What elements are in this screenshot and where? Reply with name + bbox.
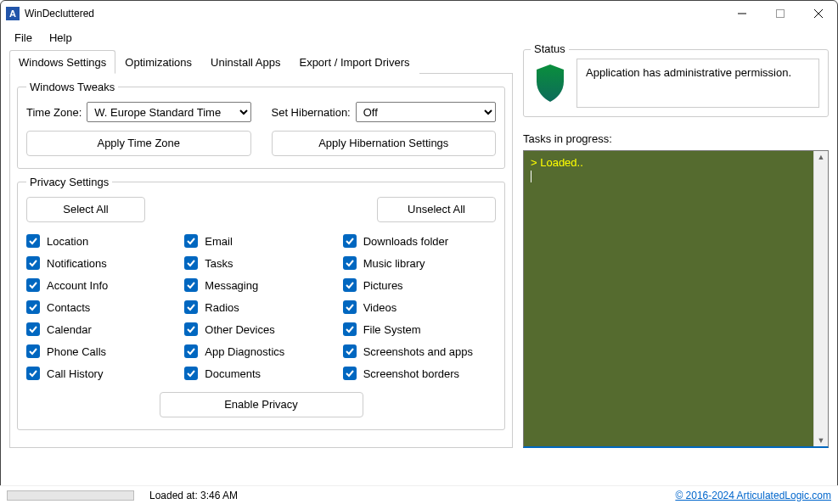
privacy-check-label: Email	[205, 235, 233, 248]
checkbox-icon	[184, 256, 198, 270]
checkbox-icon	[184, 367, 198, 380]
privacy-checkbox-grid: LocationEmailDownloads folderNotificatio…	[26, 234, 496, 380]
privacy-check[interactable]: Messaging	[184, 278, 337, 292]
loaded-time: Loaded at: 3:46 AM	[149, 490, 238, 501]
timezone-label: Time Zone:	[26, 106, 82, 119]
enable-privacy-button[interactable]: Enable Privacy	[160, 392, 363, 417]
apply-timezone-button[interactable]: Apply Time Zone	[26, 131, 251, 156]
privacy-check-label: Location	[47, 235, 88, 248]
privacy-check[interactable]: Contacts	[26, 300, 179, 314]
console-wrap: > Loaded.. ▲ ▼	[523, 150, 829, 448]
privacy-check-label: App Diagnostics	[205, 345, 284, 358]
checkbox-icon	[26, 344, 40, 358]
privacy-settings-group: Privacy Settings Select All Unselect All…	[17, 176, 505, 430]
windows-tweaks-group: Windows Tweaks Time Zone: W. Europe Stan…	[17, 81, 505, 169]
status-message: Application has administrative permissio…	[576, 59, 819, 108]
right-panel: Status Application has administrative pe…	[523, 49, 829, 448]
privacy-check[interactable]: Music library	[343, 256, 496, 270]
privacy-check-label: Messaging	[205, 279, 258, 292]
privacy-check[interactable]: Documents	[184, 367, 337, 380]
unselect-all-button[interactable]: Unselect All	[377, 197, 496, 222]
privacy-check[interactable]: Location	[26, 234, 179, 248]
privacy-check[interactable]: Screenshots and apps	[343, 344, 496, 358]
checkbox-icon	[343, 344, 357, 358]
timezone-select[interactable]: W. Europe Standard Time	[87, 102, 250, 122]
privacy-check[interactable]: Downloads folder	[343, 234, 496, 248]
privacy-check-label: Account Info	[47, 279, 108, 292]
shield-icon	[532, 63, 568, 104]
privacy-check-label: Other Devices	[205, 323, 274, 336]
close-icon	[814, 9, 823, 18]
privacy-check-label: Screenshot borders	[363, 367, 459, 380]
status-group: Status Application has administrative pe…	[523, 49, 829, 117]
tab-windows-settings[interactable]: Windows Settings	[9, 50, 115, 74]
privacy-check[interactable]: Account Info	[26, 278, 179, 292]
menu-file[interactable]: File	[8, 30, 39, 46]
select-all-button[interactable]: Select All	[26, 197, 145, 222]
privacy-check[interactable]: Screenshot borders	[343, 367, 496, 380]
maximize-button[interactable]	[761, 1, 799, 26]
minimize-button[interactable]	[723, 1, 761, 26]
privacy-check[interactable]: Other Devices	[184, 322, 337, 336]
menu-help[interactable]: Help	[42, 30, 79, 46]
privacy-check-label: Documents	[205, 367, 261, 380]
tab-export-import-drivers[interactable]: Export / Import Drivers	[290, 50, 419, 74]
privacy-check-label: Radios	[205, 301, 239, 314]
privacy-check-label: Music library	[363, 257, 425, 270]
checkbox-icon	[343, 278, 357, 292]
privacy-check[interactable]: Videos	[343, 300, 496, 314]
checkbox-icon	[26, 256, 40, 270]
checkbox-icon	[343, 234, 357, 248]
privacy-check[interactable]: Tasks	[184, 256, 337, 270]
tab-panel: Windows Tweaks Time Zone: W. Europe Stan…	[9, 74, 513, 448]
checkbox-icon	[343, 300, 357, 314]
privacy-check[interactable]: App Diagnostics	[184, 344, 337, 358]
checkbox-icon	[343, 256, 357, 270]
progress-bar	[7, 490, 134, 501]
hibernation-select[interactable]: Off	[356, 102, 496, 122]
privacy-check-label: Downloads folder	[363, 235, 448, 248]
close-button[interactable]	[799, 1, 837, 26]
privacy-check-label: Contacts	[47, 301, 90, 314]
privacy-check-label: Phone Calls	[47, 345, 106, 358]
maximize-icon	[776, 9, 785, 18]
hibernation-label: Set Hibernation:	[272, 106, 351, 119]
checkbox-icon	[184, 300, 198, 314]
tab-uninstall-apps[interactable]: Uninstall Apps	[201, 50, 290, 74]
copyright-link[interactable]: © 2016-2024 ArticulatedLogic.com	[675, 490, 831, 501]
checkbox-icon	[184, 322, 198, 336]
app-icon: A	[6, 7, 20, 20]
title-bar: A WinDecluttered	[1, 1, 837, 26]
scroll-down-icon[interactable]: ▼	[818, 434, 825, 446]
privacy-check[interactable]: Calendar	[26, 322, 179, 336]
console-cursor	[531, 171, 531, 182]
scroll-up-icon[interactable]: ▲	[818, 151, 825, 163]
checkbox-icon	[26, 300, 40, 314]
status-legend: Status	[531, 42, 569, 55]
tab-optimizations[interactable]: Optimizations	[115, 50, 201, 74]
privacy-check[interactable]: Phone Calls	[26, 344, 179, 358]
privacy-check-label: Videos	[363, 301, 397, 314]
checkbox-icon	[343, 367, 357, 380]
windows-tweaks-legend: Windows Tweaks	[26, 81, 118, 93]
menu-bar: File Help	[1, 26, 837, 49]
privacy-check-label: Tasks	[205, 257, 233, 270]
left-panel: Windows Settings Optimizations Uninstall…	[9, 49, 513, 448]
apply-hibernation-button[interactable]: Apply Hibernation Settings	[272, 131, 497, 156]
privacy-check[interactable]: Email	[184, 234, 337, 248]
privacy-check[interactable]: Call History	[26, 367, 179, 380]
privacy-check[interactable]: Notifications	[26, 256, 179, 270]
checkbox-icon	[184, 278, 198, 292]
tasks-console[interactable]: > Loaded..	[524, 151, 813, 446]
console-scrollbar[interactable]: ▲ ▼	[813, 151, 828, 446]
status-bar: Loaded at: 3:46 AM © 2016-2024 Articulat…	[0, 485, 838, 504]
content-area: Windows Settings Optimizations Uninstall…	[1, 49, 837, 448]
privacy-check[interactable]: Pictures	[343, 278, 496, 292]
privacy-check[interactable]: File System	[343, 322, 496, 336]
privacy-check-label: Calendar	[47, 323, 92, 336]
privacy-check-label: Notifications	[47, 257, 107, 270]
privacy-check[interactable]: Radios	[184, 300, 337, 314]
checkbox-icon	[184, 234, 198, 248]
window-title: WinDecluttered	[25, 8, 723, 20]
checkbox-icon	[26, 367, 40, 380]
